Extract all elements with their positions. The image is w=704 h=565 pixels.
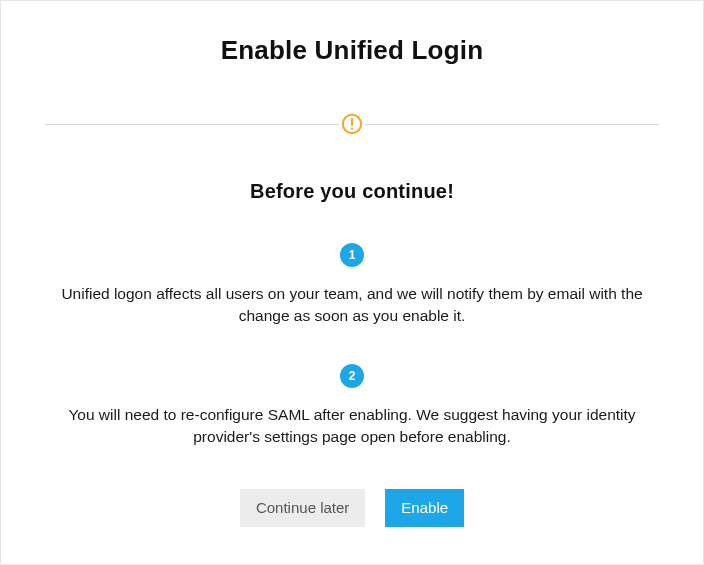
divider bbox=[45, 112, 659, 136]
dialog-subtitle: Before you continue! bbox=[45, 180, 659, 203]
step-text: Unified logon affects all users on your … bbox=[45, 283, 659, 328]
step-number-badge: 1 bbox=[340, 243, 364, 267]
step-1: 1 Unified logon affects all users on you… bbox=[45, 243, 659, 328]
step-text: You will need to re-configure SAML after… bbox=[45, 404, 659, 449]
continue-later-button[interactable]: Continue later bbox=[240, 489, 365, 527]
enable-unified-login-dialog: Enable Unified Login Before you continue… bbox=[0, 0, 704, 565]
enable-button[interactable]: Enable bbox=[385, 489, 464, 527]
svg-point-2 bbox=[351, 127, 353, 129]
dialog-title: Enable Unified Login bbox=[45, 35, 659, 66]
warning-icon bbox=[339, 111, 365, 137]
step-number-badge: 2 bbox=[340, 364, 364, 388]
step-2: 2 You will need to re-configure SAML aft… bbox=[45, 364, 659, 449]
dialog-actions: Continue later Enable bbox=[45, 489, 659, 527]
